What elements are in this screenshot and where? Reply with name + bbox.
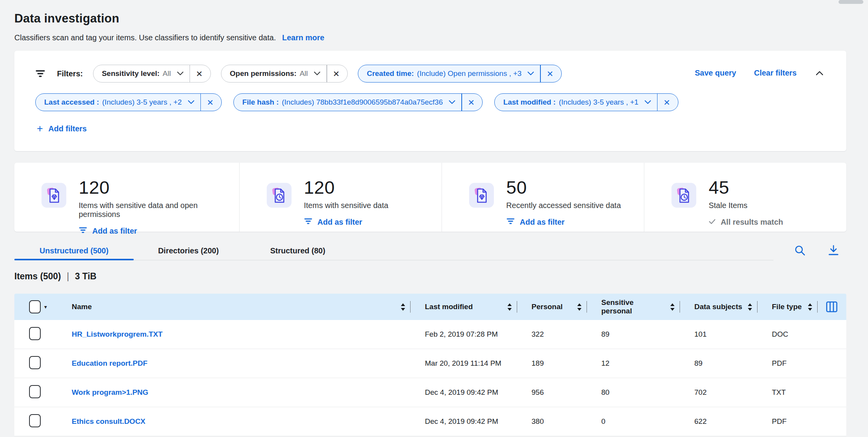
cell-data-subjects: 101 <box>680 330 757 339</box>
row-checkbox[interactable] <box>29 385 41 398</box>
cell-last-modified: Mar 20, 2019 11:14 PM <box>410 359 517 368</box>
collapse-filters-icon[interactable] <box>815 69 825 77</box>
all-results-match-status: All results match <box>709 218 783 227</box>
stat-value: 120 <box>304 177 388 198</box>
filter-pill-open-permissions[interactable]: Open permissions: All ✕ <box>221 65 348 83</box>
sort-icon[interactable] <box>670 303 675 311</box>
stat-value: 120 <box>79 177 239 198</box>
cell-file-type: PDF <box>757 417 817 426</box>
check-icon <box>709 218 716 227</box>
select-menu-caret-icon[interactable]: ▾ <box>44 304 47 310</box>
page-title: Data investigation <box>14 12 119 26</box>
chevron-down-icon[interactable] <box>314 72 320 76</box>
cell-data-subjects: 89 <box>680 359 757 368</box>
select-all-checkbox[interactable] <box>29 300 41 313</box>
column-header-name: Name <box>57 294 410 320</box>
add-as-filter-button[interactable]: Add as filter <box>506 218 621 227</box>
cell-data-subjects: 702 <box>680 388 757 397</box>
chevron-down-icon[interactable] <box>645 100 651 104</box>
table-row[interactable]: HR_Listworkprogrem.TXT Feb 2, 2019 07:28… <box>14 320 846 349</box>
chevron-down-icon[interactable] <box>177 72 183 76</box>
filter-icon <box>35 70 45 77</box>
item-name-link[interactable]: Ethics consult.DOCX <box>72 417 145 425</box>
remove-filter-icon[interactable]: ✕ <box>541 70 556 78</box>
items-divider: | <box>67 271 69 282</box>
items-table: ▾ Name Last modified Personal Sensitive … <box>14 294 846 436</box>
data-investigation-page: Data investigation Classifiers scan and … <box>0 0 868 437</box>
document-gem-icon <box>41 183 66 208</box>
filter-icon <box>79 227 87 236</box>
sort-icon[interactable] <box>747 303 752 311</box>
cell-sensitive-personal: 89 <box>587 330 680 339</box>
chevron-down-icon[interactable] <box>188 100 194 104</box>
cell-last-modified: Dec 4, 2019 09:42 PM <box>410 388 517 397</box>
stat-value: 50 <box>506 177 621 198</box>
item-name-link[interactable]: HR_Listworkprogrem.TXT <box>72 330 162 338</box>
table-row[interactable]: Education report.PDF Mar 20, 2019 11:14 … <box>14 349 846 378</box>
save-query-button[interactable]: Save query <box>695 69 736 77</box>
document-clock-icon <box>671 183 696 208</box>
filter-icon <box>304 218 312 227</box>
document-gem-icon <box>469 183 494 208</box>
chevron-down-icon[interactable] <box>528 72 534 76</box>
tab-structured[interactable]: Structured (80) <box>243 243 352 260</box>
sort-icon[interactable] <box>507 303 512 311</box>
remove-filter-icon[interactable]: ✕ <box>190 70 205 78</box>
stat-label: Recently accessed sensitive data <box>506 201 621 210</box>
stat-sensitive-data: 120 Items with sensitive data Add as fil… <box>239 163 442 232</box>
row-checkbox[interactable] <box>29 356 41 369</box>
column-header-sensitive-personal: Sensitive personal <box>587 294 680 320</box>
cell-last-modified: Dec 4, 2019 09:42 PM <box>410 417 517 426</box>
filter-pill-last-accessed[interactable]: Last accessed : (Includes) 3-5 years , +… <box>35 93 222 111</box>
stat-sensitive-open-permissions: 120 Items with sensitive data and open p… <box>14 163 239 232</box>
sort-icon[interactable] <box>808 303 813 311</box>
table-row[interactable]: Work program>1.PNG Dec 4, 2019 09:42 PM … <box>14 378 846 407</box>
page-subtitle: Classifiers scan and tag your items. Use… <box>14 33 276 42</box>
cell-file-type: PDF <box>757 359 817 368</box>
tab-unstructured[interactable]: Unstructured (500) <box>14 243 134 260</box>
sort-icon[interactable] <box>400 303 406 311</box>
cell-personal: 956 <box>517 388 587 397</box>
remove-filter-icon[interactable]: ✕ <box>201 98 216 107</box>
stat-value: 45 <box>709 177 783 198</box>
column-settings-icon[interactable] <box>817 301 846 312</box>
filter-pill-created-time[interactable]: Created time: (Include) Open permissions… <box>358 65 561 83</box>
chevron-down-icon[interactable] <box>449 100 455 104</box>
sort-icon[interactable] <box>577 303 582 311</box>
table-row[interactable]: Ethics consult.DOCX Dec 4, 2019 09:42 PM… <box>14 407 846 436</box>
remove-filter-icon[interactable]: ✕ <box>327 70 342 78</box>
stat-recently-accessed: 50 Recently accessed sensitive data Add … <box>442 163 644 232</box>
learn-more-link[interactable]: Learn more <box>282 33 324 42</box>
add-as-filter-button[interactable]: Add as filter <box>304 218 388 227</box>
tab-directories[interactable]: Directories (200) <box>134 243 243 260</box>
item-name-link[interactable]: Work program>1.PNG <box>72 388 148 396</box>
stat-label: Stale Items <box>709 201 783 210</box>
column-header-file-type: File type <box>757 294 817 320</box>
filters-label: Filters: <box>57 69 83 78</box>
remove-filter-icon[interactable]: ✕ <box>462 98 477 107</box>
cell-data-subjects: 622 <box>680 417 757 426</box>
plus-icon: + <box>37 124 43 134</box>
add-filters-button[interactable]: + Add filters <box>37 124 87 134</box>
filter-pill-sensitivity-level[interactable]: Sensitivity level: All ✕ <box>93 65 211 83</box>
items-total-size: 3 TiB <box>75 271 97 282</box>
item-name-link[interactable]: Education report.PDF <box>72 359 147 367</box>
scrollbar-thumb[interactable] <box>839 0 863 4</box>
row-checkbox[interactable] <box>29 327 41 340</box>
filter-pill-last-modified[interactable]: Last modified : (Includes) 3-5 years , +… <box>494 93 678 111</box>
filters-panel: Filters: Sensitivity level: All ✕ Open p… <box>14 51 846 151</box>
cell-last-modified: Feb 2, 2019 07:28 PM <box>410 330 517 339</box>
column-header-last-modified: Last modified <box>410 294 517 320</box>
search-icon[interactable] <box>794 245 805 256</box>
cell-file-type: TXT <box>757 388 817 397</box>
filter-icon <box>506 218 515 227</box>
remove-filter-icon[interactable]: ✕ <box>657 98 673 107</box>
cell-sensitive-personal: 80 <box>587 388 680 397</box>
cell-personal: 380 <box>517 417 587 426</box>
clear-filters-button[interactable]: Clear filters <box>754 69 797 77</box>
stat-stale-items: 45 Stale Items All results match <box>644 163 846 232</box>
filter-pill-file-hash[interactable]: File hash : (Includes) 78bb33f1e8d900659… <box>233 93 483 111</box>
add-as-filter-button[interactable]: Add as filter <box>79 227 239 236</box>
download-icon[interactable] <box>828 245 839 256</box>
row-checkbox[interactable] <box>29 414 41 427</box>
